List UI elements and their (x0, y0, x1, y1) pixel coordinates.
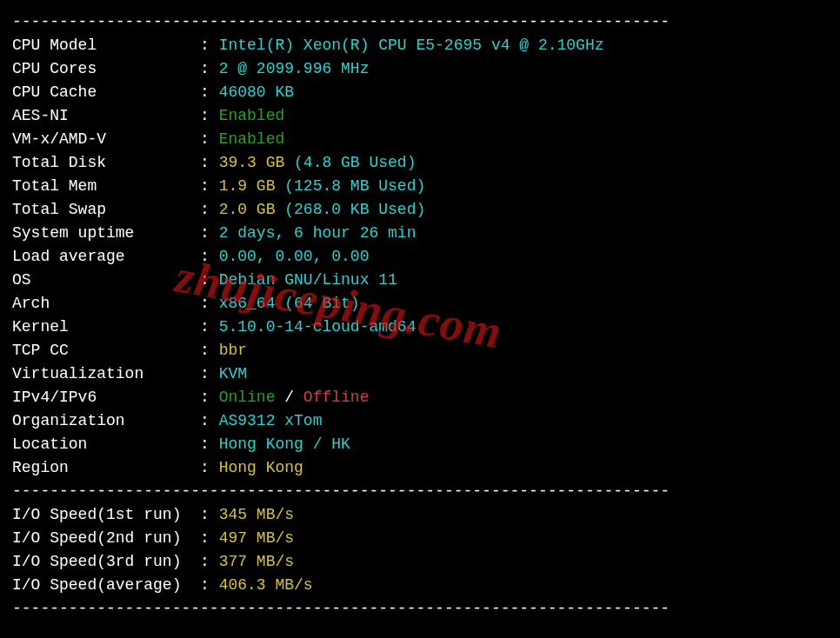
info-row: Total Mem: 1.9 GB (125.8 MB Used) (12, 175, 828, 198)
info-value: 2.0 GB (219, 198, 285, 222)
info-label: CPU Model (12, 34, 200, 57)
info-row: Total Disk: 39.3 GB (4.8 GB Used) (12, 151, 828, 175)
info-row: VM-x/AMD-V: Enabled (12, 128, 828, 151)
info-value: x86_64 (64 Bit) (219, 292, 360, 316)
colon-separator: : (200, 57, 219, 81)
colon-separator: : (200, 456, 219, 480)
colon-separator: : (200, 198, 219, 222)
info-label: Load average (12, 245, 200, 269)
colon-separator: : (200, 245, 219, 269)
info-row: Arch: x86_64 (64 Bit) (12, 292, 828, 316)
info-row: Organization: AS9312 xTom (12, 409, 828, 433)
colon-separator: : (200, 316, 219, 339)
info-label: Total Disk (12, 151, 200, 175)
info-row: Location: Hong Kong / HK (12, 433, 828, 456)
colon-separator: : (200, 433, 219, 456)
colon-separator: : (200, 34, 219, 57)
info-label: CPU Cache (12, 81, 200, 104)
colon-separator: : (200, 362, 219, 386)
info-value: 406.3 MB/s (219, 574, 313, 597)
info-value: Online (219, 386, 276, 409)
info-value: 39.3 GB (219, 151, 294, 175)
info-label: IPv4/IPv6 (12, 386, 200, 409)
info-value: 1.9 GB (219, 175, 285, 198)
info-row: Region: Hong Kong (12, 456, 828, 480)
info-label: Organization (12, 409, 200, 433)
info-value: 46080 KB (219, 81, 294, 104)
info-label: CPU Cores (12, 57, 200, 81)
info-label: Total Swap (12, 198, 200, 222)
info-value: (268.0 KB Used) (284, 198, 425, 222)
info-value: (4.8 GB Used) (294, 151, 416, 175)
info-label: I/O Speed(3rd run) (12, 550, 200, 574)
colon-separator: : (200, 550, 219, 574)
info-value: 0.00, 0.00, 0.00 (219, 245, 370, 269)
info-value: 345 MB/s (219, 503, 294, 527)
colon-separator: : (200, 339, 219, 362)
info-row: I/O Speed(1st run): 345 MB/s (12, 503, 828, 527)
info-row: IPv4/IPv6: Online / Offline (12, 386, 828, 409)
info-label: AES-NI (12, 104, 200, 128)
colon-separator: : (200, 292, 219, 316)
info-value: Hong Kong (219, 456, 303, 480)
info-row: I/O Speed(average): 406.3 MB/s (12, 574, 828, 597)
info-label: Virtualization (12, 362, 200, 386)
info-row: CPU Model: Intel(R) Xeon(R) CPU E5-2695 … (12, 34, 828, 57)
info-value: AS9312 xTom (219, 409, 323, 433)
colon-separator: : (200, 503, 219, 527)
info-value: Hong Kong / HK (219, 433, 350, 456)
divider-bottom: ----------------------------------------… (12, 597, 828, 621)
info-value: Enabled (219, 104, 285, 128)
info-value: 2 @ 2099.996 MHz (219, 57, 370, 81)
info-label: TCP CC (12, 339, 200, 362)
info-label: OS (12, 269, 200, 292)
colon-separator: : (200, 128, 219, 151)
divider-middle: ----------------------------------------… (12, 480, 828, 503)
info-label: I/O Speed(average) (12, 574, 200, 597)
info-row: TCP CC: bbr (12, 339, 828, 362)
info-label: Kernel (12, 316, 200, 339)
colon-separator: : (200, 269, 219, 292)
colon-separator: : (200, 104, 219, 128)
info-row: Virtualization: KVM (12, 362, 828, 386)
colon-separator: : (200, 222, 219, 245)
info-row: CPU Cache: 46080 KB (12, 81, 828, 104)
colon-separator: : (200, 409, 219, 433)
info-value: Debian GNU/Linux 11 (219, 269, 397, 292)
colon-separator: : (200, 151, 219, 175)
info-row: OS: Debian GNU/Linux 11 (12, 269, 828, 292)
divider-top: ----------------------------------------… (12, 10, 828, 34)
colon-separator: : (200, 527, 219, 550)
system-info-block: CPU Model: Intel(R) Xeon(R) CPU E5-2695 … (12, 34, 828, 480)
info-label: I/O Speed(2nd run) (12, 527, 200, 550)
info-label: Total Mem (12, 175, 200, 198)
info-row: I/O Speed(3rd run): 377 MB/s (12, 550, 828, 574)
info-value: Offline (303, 386, 370, 409)
info-label: Arch (12, 292, 200, 316)
info-row: System uptime: 2 days, 6 hour 26 min (12, 222, 828, 245)
info-row: AES-NI: Enabled (12, 104, 828, 128)
info-row: Kernel: 5.10.0-14-cloud-amd64 (12, 316, 828, 339)
info-label: Region (12, 456, 200, 480)
info-value: / (275, 386, 303, 409)
info-value: Intel(R) Xeon(R) CPU E5-2695 v4 @ 2.10GH… (219, 34, 604, 57)
colon-separator: : (200, 81, 219, 104)
info-value: KVM (219, 362, 247, 386)
info-label: VM-x/AMD-V (12, 128, 200, 151)
info-value: (125.8 MB Used) (284, 175, 425, 198)
info-label: I/O Speed(1st run) (12, 503, 200, 527)
info-value: bbr (219, 339, 247, 362)
info-row: Total Swap: 2.0 GB (268.0 KB Used) (12, 198, 828, 222)
info-row: Load average: 0.00, 0.00, 0.00 (12, 245, 828, 269)
info-value: 5.10.0-14-cloud-amd64 (219, 316, 417, 339)
io-speed-block: I/O Speed(1st run): 345 MB/sI/O Speed(2n… (12, 503, 828, 597)
info-row: CPU Cores: 2 @ 2099.996 MHz (12, 57, 828, 81)
info-value: 2 days, 6 hour 26 min (219, 222, 417, 245)
info-label: System uptime (12, 222, 200, 245)
colon-separator: : (200, 574, 219, 597)
info-row: I/O Speed(2nd run): 497 MB/s (12, 527, 828, 550)
terminal-output: ----------------------------------------… (0, 0, 840, 631)
colon-separator: : (200, 175, 219, 198)
info-value: 377 MB/s (219, 550, 294, 574)
colon-separator: : (200, 386, 219, 409)
